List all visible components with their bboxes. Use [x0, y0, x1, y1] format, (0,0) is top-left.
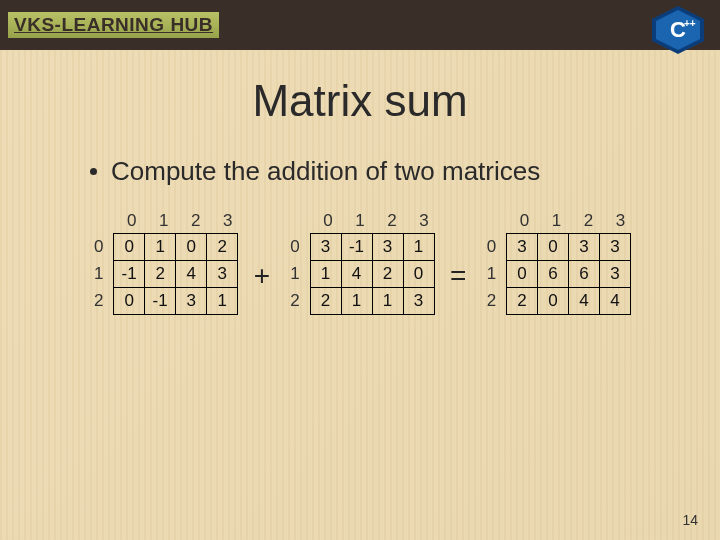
cell: 4: [568, 287, 600, 315]
cell: -1: [341, 233, 373, 261]
cell: 4: [599, 287, 631, 315]
equals-operator: =: [450, 260, 466, 292]
row-header: 2: [84, 291, 114, 311]
cell: -1: [144, 287, 176, 315]
cell: -1: [113, 260, 145, 288]
matrices-row: 0 1 2 3 0 0 1 0 2 1 -1 2 4 3 2 0 -1 3 1 …: [0, 211, 720, 314]
cpp-logo: C ++: [646, 4, 710, 54]
col-header: 1: [148, 211, 180, 233]
col-header: 0: [508, 211, 540, 233]
cell: 2: [206, 233, 238, 261]
cell: 1: [310, 260, 342, 288]
col-header: 3: [408, 211, 440, 233]
col-header: 1: [344, 211, 376, 233]
cell: 3: [372, 233, 404, 261]
row-header: 2: [280, 291, 310, 311]
bullet-line: Compute the addition of two matrices: [90, 156, 720, 187]
cell: 1: [341, 287, 373, 315]
cell: 3: [310, 233, 342, 261]
cell: 3: [506, 233, 538, 261]
cell: 3: [206, 260, 238, 288]
cell: 2: [144, 260, 176, 288]
col-header: 0: [116, 211, 148, 233]
cell: 0: [537, 233, 569, 261]
col-header: 2: [376, 211, 408, 233]
matrix-a: 0 1 2 3 0 0 1 0 2 1 -1 2 4 3 2 0 -1 3 1: [84, 211, 244, 314]
bullet-dot-icon: [90, 168, 97, 175]
cell: 4: [175, 260, 207, 288]
cell: 3: [175, 287, 207, 315]
cell: 4: [341, 260, 373, 288]
header-bar: VKS-LEARNING HUB: [0, 0, 720, 50]
matrix-c: 0 1 2 3 0 3 0 3 3 1 0 6 6 3 2 2 0 4 4: [476, 211, 636, 314]
row-header: 0: [476, 237, 506, 257]
cell: 1: [372, 287, 404, 315]
cell: 0: [403, 260, 435, 288]
row-header: 2: [476, 291, 506, 311]
cell: 2: [506, 287, 538, 315]
col-header: 1: [540, 211, 572, 233]
col-header: 2: [180, 211, 212, 233]
row-header: 1: [476, 264, 506, 284]
cell: 3: [568, 233, 600, 261]
col-header: 0: [312, 211, 344, 233]
cell: 3: [599, 233, 631, 261]
cell: 6: [568, 260, 600, 288]
row-header: 0: [280, 237, 310, 257]
col-header: 3: [604, 211, 636, 233]
cell: 1: [144, 233, 176, 261]
cell: 0: [537, 287, 569, 315]
cell: 2: [310, 287, 342, 315]
matrix-b: 0 1 2 3 0 3 -1 3 1 1 1 4 2 0 2 2 1 1 3: [280, 211, 440, 314]
row-header: 0: [84, 237, 114, 257]
cell: 1: [206, 287, 238, 315]
cell: 2: [372, 260, 404, 288]
cell: 0: [113, 233, 145, 261]
plus-operator: +: [254, 260, 270, 292]
brand-title: VKS-LEARNING HUB: [8, 12, 219, 38]
row-header: 1: [84, 264, 114, 284]
cell: 6: [537, 260, 569, 288]
cell: 3: [599, 260, 631, 288]
col-header: 3: [212, 211, 244, 233]
cell: 3: [403, 287, 435, 315]
logo-plusplus: ++: [684, 18, 696, 29]
row-header: 1: [280, 264, 310, 284]
cell: 0: [175, 233, 207, 261]
cell: 1: [403, 233, 435, 261]
slide-title: Matrix sum: [0, 76, 720, 126]
bullet-text: Compute the addition of two matrices: [111, 156, 540, 187]
slide-number: 14: [682, 512, 698, 528]
cell: 0: [113, 287, 145, 315]
cell: 0: [506, 260, 538, 288]
col-header: 2: [572, 211, 604, 233]
